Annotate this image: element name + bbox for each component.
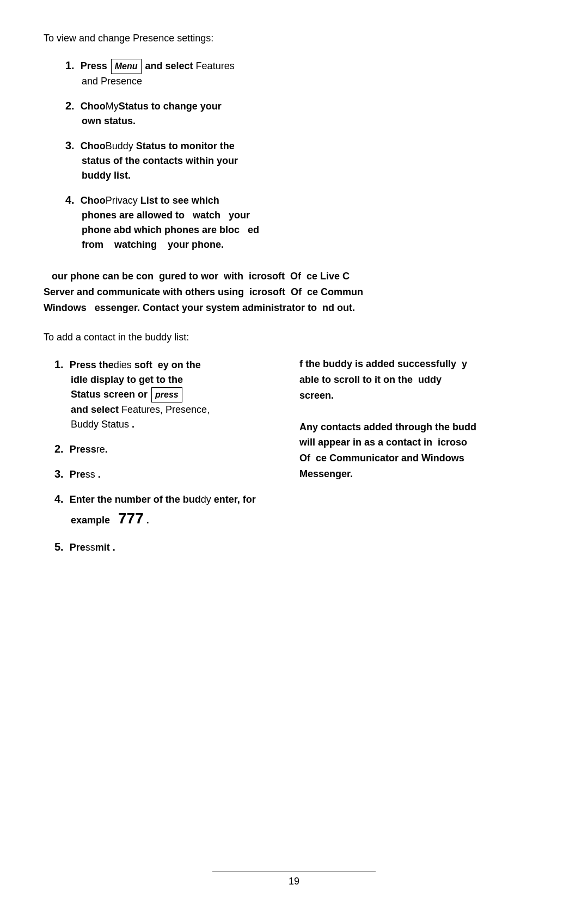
add-step-1-num: 1. xyxy=(54,358,64,370)
step-3-num: 3. xyxy=(65,139,75,151)
step-4-privacy: Privacy xyxy=(106,195,138,206)
add-step-3-ss: ss xyxy=(85,469,95,480)
add-step-2-dot: . xyxy=(105,444,108,455)
step-1-press: Press xyxy=(81,60,107,71)
add-step-3: 3. Press . xyxy=(54,466,283,482)
add-step-4-enter: enter, for xyxy=(211,494,256,505)
middle-paragraph: our phone can be con gured to wor with i… xyxy=(44,269,544,315)
add-step-5-ss: ss xyxy=(85,542,95,553)
left-column: 1. Press thedies soft ey on the idle dis… xyxy=(44,356,294,571)
add-step-3-dot: . xyxy=(95,469,101,480)
page-number: 19 xyxy=(289,876,299,887)
add-step-5-mit: mit . xyxy=(95,542,115,553)
press-button[interactable]: press xyxy=(151,387,182,402)
add-step-1-buddy-status: Buddy Status . xyxy=(71,419,134,430)
footer-line xyxy=(212,871,376,871)
add-step-1-dies: dies xyxy=(114,359,132,370)
add-step-1-line2: idle display to get to the xyxy=(71,374,183,385)
add-step-2-re: re xyxy=(96,444,105,455)
add-step-1-features: Features, Presence, xyxy=(121,404,210,415)
add-step-4-dy: dy xyxy=(201,494,211,505)
step-1-and-select: and select xyxy=(145,60,196,71)
presence-steps-list: 1. Press Menu and select Features and Pr… xyxy=(65,57,544,252)
page-footer: 19 xyxy=(0,871,588,887)
add-step-5: 5. Pressmit . xyxy=(54,539,283,555)
page: To view and change Presence settings: 1.… xyxy=(0,0,588,909)
step-3-buddy: Buddy xyxy=(106,141,133,151)
add-step-2-num: 2. xyxy=(54,443,64,455)
step-3-status: Status xyxy=(133,141,169,151)
step-4: 4. ChooPrivacy List to see which phones … xyxy=(65,192,544,252)
step-4-list: List xyxy=(138,195,161,206)
step-3: 3. ChooBuddy Status to monitor the statu… xyxy=(65,137,544,183)
two-column-section: 1. Press thedies soft ey on the idle dis… xyxy=(44,356,544,571)
add-step-1-soft: soft ey on the xyxy=(132,359,201,370)
step-1: 1. Press Menu and select Features and Pr… xyxy=(65,57,544,89)
step-1-num: 1. xyxy=(65,59,75,71)
add-contact-steps-list: 1. Press thedies soft ey on the idle dis… xyxy=(54,356,283,555)
add-step-1-line4: and select xyxy=(71,404,121,415)
step-2-status: Status xyxy=(119,101,149,112)
add-step-3-num: 3. xyxy=(54,468,64,480)
add-step-4: 4. Enter the number of the buddy enter, … xyxy=(54,491,283,530)
add-contact-intro: To add a contact in the buddy list: xyxy=(44,332,544,343)
menu-button[interactable]: Menu xyxy=(111,59,142,74)
add-step-4-example: example 777 . xyxy=(71,515,149,526)
add-step-4-text: Enter the number of the bud xyxy=(70,494,201,505)
right-col-text: f the buddy is added successfully y able… xyxy=(299,356,544,481)
intro-text: To view and change Presence settings: xyxy=(44,33,544,44)
step-2-text: Choo xyxy=(81,101,106,112)
add-step-5-num: 5. xyxy=(54,541,64,553)
step-2-choose-prefix: My xyxy=(106,101,119,112)
right-column: f the buddy is added successfully y able… xyxy=(294,356,544,571)
add-step-3-text: Pre xyxy=(70,469,85,480)
step-4-choo: Choo xyxy=(81,195,106,206)
add-step-2-text: Press xyxy=(70,444,96,455)
add-step-1-text: Press the xyxy=(70,359,114,370)
add-step-1: 1. Press thedies soft ey on the idle dis… xyxy=(54,356,283,432)
step-4-num: 4. xyxy=(65,194,75,206)
step-3-text: Choo xyxy=(81,141,106,151)
add-step-2: 2. Pressre. xyxy=(54,441,283,457)
step-2: 2. ChooMyStatus to change your own statu… xyxy=(65,97,544,129)
step-2-num: 2. xyxy=(65,100,75,112)
add-step-5-text: Pre xyxy=(70,542,85,553)
add-step-4-num: 4. xyxy=(54,493,64,505)
add-step-1-line3: Status screen or xyxy=(71,389,150,400)
